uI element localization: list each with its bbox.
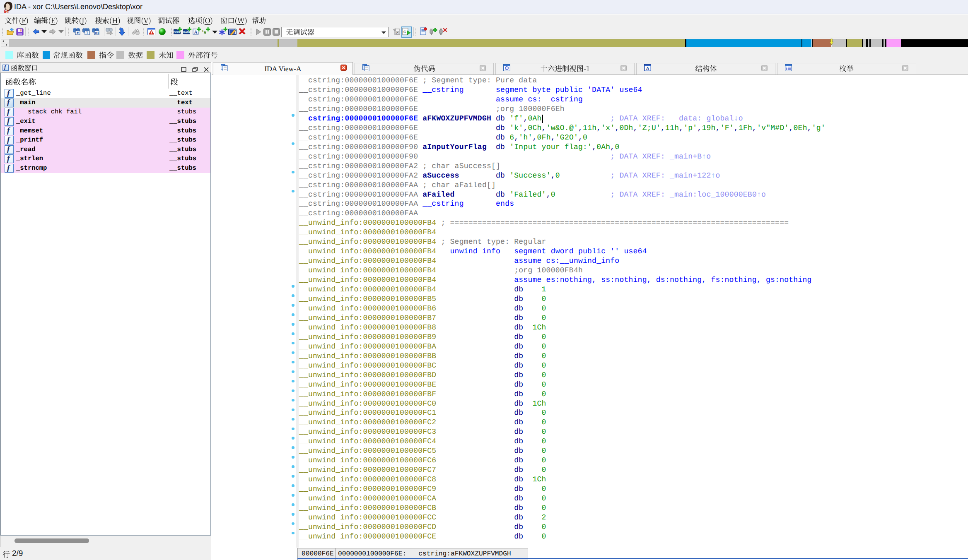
svg-text:#: # [77, 31, 79, 35]
svg-text:‘s: ‘s [202, 29, 206, 36]
svg-text:A: A [194, 30, 198, 35]
svg-text:C: C [396, 32, 398, 35]
svg-text:C: C [403, 30, 406, 34]
svg-text:64: 64 [4, 9, 9, 14]
svg-text:A: A [646, 66, 649, 71]
svg-text:T: T [86, 31, 88, 35]
svg-text:101: 101 [94, 32, 99, 35]
